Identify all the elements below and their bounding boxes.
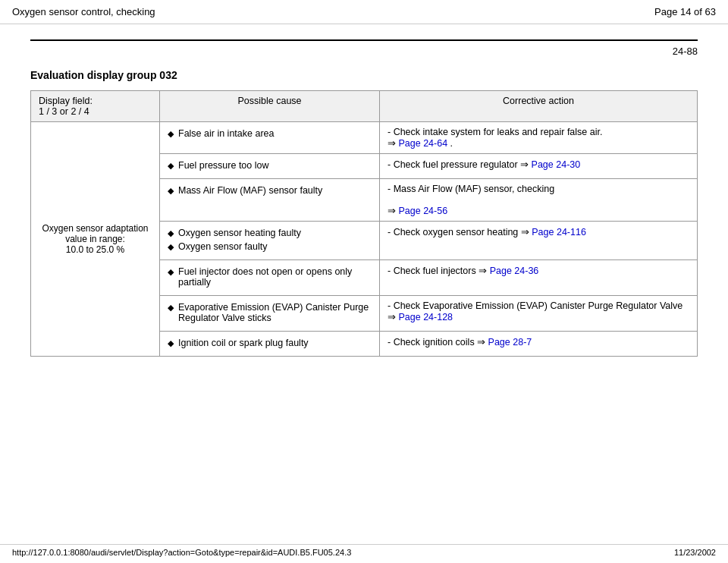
col1-header: Display field:1 / 3 or 2 / 4 [31, 91, 160, 122]
col3-header: Corrective action [380, 91, 698, 122]
link-24-116[interactable]: Page 24-116 [532, 227, 586, 237]
bullet-item-5: ◆ Fuel injector does not open or opens o… [168, 266, 372, 288]
action-cell-2: - Check fuel pressure regulator ⇒ Page 2… [380, 154, 698, 179]
action-cell-1: - Check intake system for leaks and repa… [380, 122, 698, 154]
action-text-3: - Mass Air Flow (MAF) sensor, checking [388, 184, 554, 194]
action-text-1: - Check intake system for leaks and repa… [388, 127, 602, 137]
cause-text-7: Ignition coil or spark plug faulty [178, 338, 309, 348]
bullet-item-4b: ◆ Oxygen sensor faulty [168, 241, 372, 252]
footer-date: 11/23/2002 [674, 548, 716, 557]
cause-text-3: Mass Air Flow (MAF) sensor faulty [178, 185, 322, 196]
link-28-7[interactable]: Page 28-7 [488, 337, 532, 348]
bullet-item-4a: ◆ Oxygen sensor heating faulty [168, 228, 372, 238]
table-header-row: Display field:1 / 3 or 2 / 4 Possible ca… [31, 91, 698, 122]
page-number: 24-88 [30, 39, 698, 57]
cause-text-5: Fuel injector does not open or opens onl… [178, 266, 372, 288]
cause-text-2: Fuel pressure too low [178, 160, 269, 171]
footer: http://127.0.0.1:8080/audi/servlet/Displ… [0, 544, 728, 557]
action-suffix-1: . [450, 138, 453, 149]
main-content: 24-88 Evaluation display group 032 Displ… [0, 24, 728, 372]
bullet-item-3: ◆ Mass Air Flow (MAF) sensor faulty [168, 185, 372, 196]
action-cell-3: - Mass Air Flow (MAF) sensor, checking ⇒… [380, 179, 698, 222]
header-title: Oxygen sensor control, checking [12, 6, 155, 17]
bullet-icon-2: ◆ [168, 161, 174, 171]
bullet-item-7: ◆ Ignition coil or spark plug faulty [168, 338, 372, 348]
link-24-30[interactable]: Page 24-30 [532, 159, 581, 170]
action-cell-7: - Check ignition coils ⇒ Page 28-7 [380, 332, 698, 357]
action-cell-5: - Check fuel injectors ⇒ Page 24-36 [380, 260, 698, 296]
arrow-1: ⇒ [388, 138, 398, 149]
link-24-56[interactable]: Page 24-56 [398, 206, 447, 216]
link-24-36[interactable]: Page 24-36 [490, 266, 539, 276]
cause-cell-6: ◆ Evaporative Emission (EVAP) Canister P… [160, 296, 380, 332]
link-24-64[interactable]: Page 24-64 [398, 138, 447, 149]
bullet-item-2: ◆ Fuel pressure too low [168, 160, 372, 171]
arrow-3: ⇒ [388, 206, 398, 216]
action-text-4: - Check oxygen sensor heating ⇒ [388, 227, 532, 237]
cause-cell-5: ◆ Fuel injector does not open or opens o… [160, 260, 380, 296]
bullet-icon-1: ◆ [168, 129, 174, 139]
cause-cell-3: ◆ Mass Air Flow (MAF) sensor faulty [160, 179, 380, 222]
bullet-icon-4a: ◆ [168, 228, 174, 238]
link-24-128[interactable]: Page 24-128 [398, 312, 453, 322]
bullet-item-6: ◆ Evaporative Emission (EVAP) Canister P… [168, 302, 372, 323]
action-cell-4: - Check oxygen sensor heating ⇒ Page 24-… [380, 222, 698, 260]
bullet-icon-3: ◆ [168, 186, 174, 196]
header-page: Page 14 of 63 [654, 6, 716, 17]
cause-cell-2: ◆ Fuel pressure too low [160, 154, 380, 179]
cause-text-4b: Oxygen sensor faulty [178, 241, 267, 252]
diagnostic-table: Display field:1 / 3 or 2 / 4 Possible ca… [30, 90, 698, 357]
cause-text-6: Evaporative Emission (EVAP) Canister Pur… [178, 302, 372, 323]
cause-cell-7: ◆ Ignition coil or spark plug faulty [160, 332, 380, 357]
action-cell-6: - Check Evaporative Emission (EVAP) Cani… [380, 296, 698, 332]
action-text-7: - Check ignition coils ⇒ [388, 337, 488, 348]
display-field-cell: Oxygen sensor adaptation value in range:… [31, 122, 160, 357]
cause-text-4a: Oxygen sensor heating faulty [178, 228, 301, 238]
cause-cell-1: ◆ False air in intake area [160, 122, 380, 154]
bullet-icon-7: ◆ [168, 338, 174, 348]
bullet-item-1: ◆ False air in intake area [168, 128, 372, 139]
table-row: Oxygen sensor adaptation value in range:… [31, 122, 698, 154]
bullet-icon-5: ◆ [168, 267, 174, 277]
cause-text-1: False air in intake area [178, 128, 274, 139]
action-text-2: - Check fuel pressure regulator ⇒ [388, 159, 532, 170]
header-bar: Oxygen sensor control, checking Page 14 … [0, 0, 728, 24]
cause-cell-4: ◆ Oxygen sensor heating faulty ◆ Oxygen … [160, 222, 380, 260]
bullet-icon-6: ◆ [168, 303, 174, 313]
footer-url: http://127.0.0.1:8080/audi/servlet/Displ… [12, 548, 351, 557]
action-text-5: - Check fuel injectors ⇒ [388, 266, 490, 276]
col2-header: Possible cause [160, 91, 380, 122]
section-title: Evaluation display group 032 [30, 69, 698, 81]
bullet-icon-4b: ◆ [168, 242, 174, 252]
